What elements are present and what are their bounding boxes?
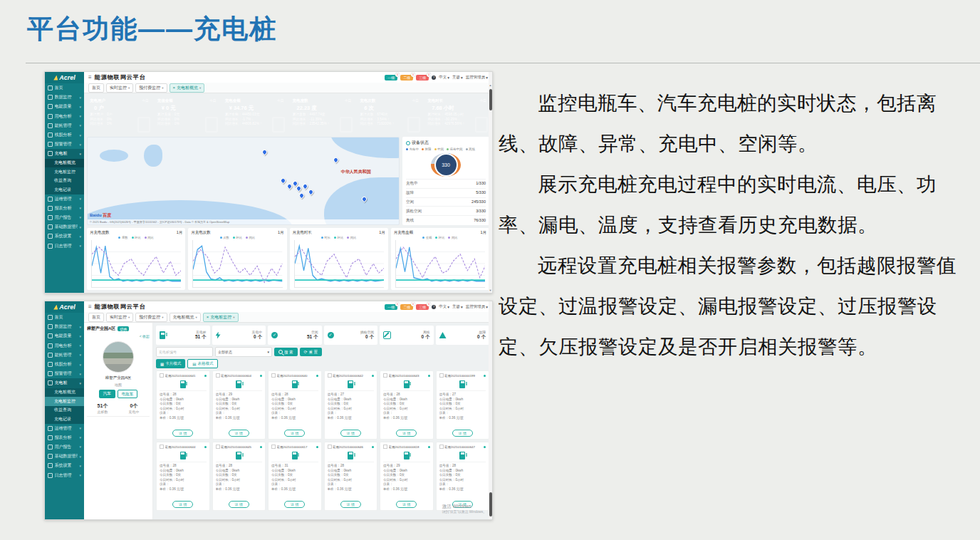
car-filter-button[interactable]: 汽车 — [99, 390, 115, 398]
stat-card[interactable]: 充电度数 今日 22.23 度 累计度数：4497.74度 环比增长：-11.3… — [289, 96, 354, 134]
detail-button[interactable]: 详 情 — [172, 501, 193, 508]
hamburger-icon[interactable]: ≡ — [88, 303, 92, 310]
sidebar-item[interactable]: 能耗管理 ▾ — [45, 351, 84, 360]
legend-item[interactable]: 空闲 — [434, 147, 444, 151]
language-select[interactable]: 中文▾ — [439, 304, 449, 309]
legend-item[interactable]: 故障 — [422, 147, 432, 151]
map-pin[interactable] — [333, 157, 340, 164]
alarm-badge-level1[interactable]: 一级0 — [385, 75, 397, 81]
card-mode-button[interactable]: ▦ 卡片模式 — [156, 359, 185, 368]
chart-period[interactable]: 1月 — [177, 230, 183, 235]
close-icon[interactable]: × — [173, 85, 176, 90]
hamburger-icon[interactable]: ≡ — [88, 74, 92, 81]
summary-tile[interactable]: ✓ 插枪空闲0 个 — [324, 326, 378, 345]
sidebar-item[interactable]: 能耗管理 ▾ — [45, 121, 84, 130]
close-icon[interactable]: × — [207, 315, 209, 319]
legend-item[interactable]: 时长 — [321, 236, 330, 239]
help-icon[interactable]: ? — [432, 76, 436, 80]
user-menu[interactable]: 监控管理员▾ — [466, 75, 488, 80]
legend-item[interactable]: 同比 — [246, 236, 255, 239]
detail-button[interactable]: 详 情 — [284, 501, 305, 508]
scroll-thumb[interactable] — [489, 492, 492, 516]
tab-charger-monitor[interactable]: ×充电桩监控▾ — [203, 313, 239, 322]
charger-card[interactable]: 宏晟20210100000199 信号值：27 今日电量：0kwh 今日次数：0… — [436, 370, 490, 440]
detail-button[interactable]: 详 情 — [396, 430, 417, 437]
stat-card[interactable]: 充电金额 今日 ¥ 34.76 元 累计金额：44450.03元 环比增长：-1… — [222, 96, 287, 134]
chart-period[interactable]: 1月 — [278, 230, 284, 235]
scrollbar[interactable] — [489, 301, 492, 519]
tab-home[interactable]: 首页 — [88, 83, 104, 93]
sidebar-subitem[interactable]: 充电桩监控 — [45, 167, 84, 177]
sidebar-item[interactable]: 系统设置 ▾ — [45, 461, 84, 470]
map-pin[interactable] — [308, 189, 315, 196]
sidebar-item[interactable]: 线损分析 ▾ — [45, 360, 84, 369]
station-map-link[interactable]: 地图 — [87, 383, 150, 387]
switch-station-button[interactable]: 切换 — [118, 326, 129, 331]
scrollbar[interactable]: ▲ ▼ — [489, 72, 492, 293]
theme-select[interactable]: 主题▾ — [452, 304, 463, 309]
map-pin[interactable] — [279, 177, 286, 185]
sidebar-item[interactable]: 日志管理 ▾ — [45, 470, 84, 479]
theme-select[interactable]: 主题▾ — [452, 75, 463, 80]
table-mode-button[interactable]: ▤ 表格模式 — [187, 359, 218, 368]
sidebar-item[interactable]: 电能质量 ▾ — [45, 102, 84, 111]
legend-item[interactable]: 同比 — [448, 236, 457, 239]
sidebar-item[interactable]: 线损分析 ▾ — [45, 130, 84, 140]
sidebar-item[interactable]: 运维管理 ▾ — [45, 424, 84, 433]
detail-button[interactable]: 详 情 — [452, 501, 473, 508]
station-map[interactable]: 中华人民共和国 Baidu 百度 © 2021 Baidu - GS(2021)… — [87, 137, 400, 225]
tab-realtime[interactable]: 实时监控▾ — [106, 313, 133, 322]
summary-tile[interactable]: 离线0 个 — [380, 326, 434, 345]
status-select[interactable]: 全部状态▾ — [215, 347, 272, 357]
detail-button[interactable]: 详 情 — [340, 501, 361, 508]
sidebar-item[interactable]: 用电分析 ▾ — [45, 341, 84, 351]
legend-item[interactable]: 充电中 — [406, 147, 419, 151]
legend-item[interactable]: 次数 — [220, 236, 229, 239]
stat-card[interactable]: 充电次数 今日 6 次 累计次数：6740次 环比增长：3.54% ↑ 同比增长… — [357, 96, 422, 134]
legend-item[interactable]: 离线 — [466, 147, 476, 151]
scroll-up-icon[interactable]: ▲ — [489, 83, 492, 87]
map-pin[interactable] — [301, 182, 308, 189]
summary-tile[interactable]: ✓ 空闲51 个 — [268, 326, 322, 345]
summary-tile[interactable]: 充电中0 个 — [212, 326, 266, 345]
help-icon[interactable]: ? — [432, 305, 436, 309]
scroll-thumb[interactable] — [489, 89, 492, 110]
legend-item[interactable]: 插枪空闲 — [447, 147, 463, 151]
sidebar-item[interactable]: 基础数据管理 ▾ — [45, 222, 84, 232]
detail-button[interactable]: 详 情 — [452, 430, 473, 437]
sidebar-item[interactable]: 系统设置 ▾ — [45, 232, 84, 241]
detail-button[interactable]: 详 情 — [172, 430, 193, 437]
summary-tile[interactable]: 故障0 个 — [436, 326, 490, 345]
charger-card[interactable]: 宏晟20210100000642 信号值：27 今日电量：0kwh 今日次数：0… — [324, 370, 378, 440]
sidebar-item[interactable]: 首页 ▾ — [45, 313, 84, 322]
tab-realtime[interactable]: 实时监控▾ — [106, 83, 133, 93]
sidebar-item[interactable]: 报警管理 ▾ — [45, 140, 84, 149]
sidebar-item[interactable]: 数据监控 ▾ — [45, 93, 84, 102]
sidebar-item[interactable]: 用户报告 ▾ — [45, 213, 84, 222]
charger-card[interactable]: 宏晟20210100000643 信号值：28 今日电量：0kwh 今日次数：0… — [380, 370, 434, 440]
tab-prepaid[interactable]: 预付费监控▾ — [135, 83, 167, 93]
chart-period[interactable]: 1月 — [480, 230, 486, 235]
sidebar-item[interactable]: 数据监控 ▾ — [45, 322, 84, 331]
sidebar-item[interactable]: 基础数据管理 ▾ — [45, 452, 84, 461]
sidebar-item[interactable]: 首页 ▾ — [45, 83, 84, 93]
ebike-filter-button[interactable]: 电瓶车 — [118, 390, 138, 398]
legend-item[interactable]: 度数 — [118, 236, 127, 239]
sidebar-subitem[interactable]: 充电记录 — [45, 415, 84, 424]
sidebar-item[interactable]: 报表分析 ▾ — [45, 433, 84, 442]
sidebar-subitem[interactable]: 充电桩概览 — [45, 388, 84, 398]
search-button[interactable]: 搜 索 — [274, 348, 298, 356]
map-pin[interactable] — [261, 149, 268, 156]
sidebar-subitem[interactable]: 充电记录 — [45, 185, 84, 194]
detail-button[interactable]: 详 情 — [340, 430, 361, 437]
language-select[interactable]: 中文▾ — [439, 75, 449, 80]
pile-number-input[interactable] — [156, 347, 213, 357]
legend-item[interactable]: 同比 — [347, 236, 356, 239]
charger-card[interactable]: 宏晟20210100000645 信号值：28 今日电量：0kwh 今日次数：0… — [212, 442, 266, 511]
sidebar-subitem[interactable]: 充电桩概览 — [45, 159, 84, 168]
legend-item[interactable]: 同比 — [145, 236, 154, 239]
detail-button[interactable]: 详 情 — [396, 501, 417, 508]
charger-card[interactable]: 宏晟20210100000617 信号值：31 今日电量：0kwh 今日次数：0… — [268, 442, 322, 511]
alarm-badge-level3[interactable]: 三级0 — [416, 304, 429, 310]
charger-card[interactable]: 宏晟20210100000646 信号值：28 今日电量：0kwh 今日次数：0… — [324, 442, 378, 511]
